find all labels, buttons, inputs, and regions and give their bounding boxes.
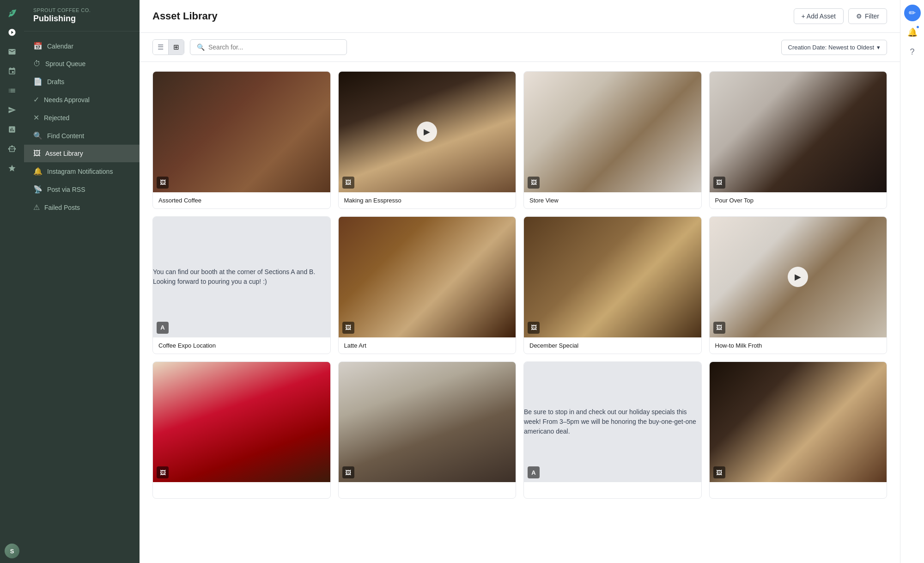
add-asset-button[interactable]: + Add Asset [794,8,844,24]
asset-thumb: 🖼 [710,72,887,192]
sidebar-item-asset-library[interactable]: 🖼Asset Library [24,145,140,162]
asset-card[interactable]: 🖼 Store View [523,71,702,209]
asset-title: Assorted Coffee [153,192,330,208]
help-icon[interactable]: ? [904,43,921,60]
asset-grid: 🖼 Assorted Coffee ▶ 🖼 Making an Esspress… [152,71,887,499]
asset-card[interactable]: 🖼 Latte Art [338,216,517,354]
asset-title: Making an Esspresso [339,192,516,208]
nav-label-sprout-queue: Sprout Queue [45,60,85,67]
nav-icon-asset-library: 🖼 [33,149,41,158]
asset-thumb: 🖼 [710,362,887,483]
asset-card[interactable]: 🖼 [709,361,888,499]
asset-title [153,482,330,498]
sidebar-item-drafts[interactable]: 📄Drafts [24,73,140,91]
rail-icon-send[interactable] [4,102,20,118]
media-type-badge: 🖼 [528,322,540,334]
nav-label-rejected: Rejected [44,114,69,122]
filter-button[interactable]: ⚙ Filter [848,8,887,24]
asset-thumb: You can find our booth at the corner of … [153,217,330,337]
text-type-badge: A [528,466,540,478]
nav-label-calendar: Calendar [47,43,73,50]
list-view-button[interactable]: ☰ [153,40,169,55]
grid-area: 🖼 Assorted Coffee ▶ 🖼 Making an Esspress… [140,62,900,563]
asset-text-content: Be sure to stop in and check out our hol… [524,407,701,436]
text-type-badge: A [157,322,169,334]
rail-bottom: S [5,544,19,558]
filter-label: Filter [865,12,879,20]
asset-card[interactable]: Be sure to stop in and check out our hol… [523,361,702,499]
toolbar: ☰ ⊞ 🔍 Creation Date: Newest to Oldest ▾ [140,33,900,62]
asset-card[interactable]: 🖼 Assorted Coffee [152,71,331,209]
search-input[interactable] [208,43,340,51]
asset-title: Coffee Expo Location [153,337,330,354]
rail-icon-list[interactable] [4,82,20,99]
play-button[interactable]: ▶ [417,122,437,142]
nav-icon-rejected: ✕ [33,113,39,122]
notification-icon[interactable]: 🔔 [904,24,921,41]
asset-thumb: 🖼 [153,362,330,483]
search-icon: 🔍 [197,43,205,51]
edit-icon[interactable]: ✏ [904,5,921,21]
media-type-badge: 🖼 [713,322,725,334]
nav-label-post-via-rss: Post via RSS [47,186,85,193]
nav-icon-instagram-notifications: 🔔 [33,167,43,176]
nav-icon-calendar: 📅 [33,42,43,50]
asset-thumb: 🖼 [524,72,701,192]
asset-thumb: ▶ 🖼 [339,72,516,192]
rail-icon-publishing[interactable] [4,24,20,41]
asset-title: Store View [524,192,701,208]
list-icon: ☰ [158,43,164,51]
sidebar-item-failed-posts[interactable]: ⚠Failed Posts [24,198,140,216]
media-type-badge: 🖼 [157,466,169,478]
asset-thumb: 🖼 [339,362,516,483]
asset-title [524,482,701,491]
rail-icon-pin[interactable] [4,63,20,80]
nav-label-needs-approval: Needs Approval [44,96,90,104]
sidebar-item-needs-approval[interactable]: ✓Needs Approval [24,91,140,109]
play-button[interactable]: ▶ [788,267,808,287]
asset-title: December Special [524,337,701,354]
rail-icon-bot[interactable] [4,141,20,157]
topbar-actions: + Add Asset ⚙ Filter [794,8,887,24]
filter-icon: ⚙ [856,12,862,20]
rail-icon-sprout[interactable] [4,5,20,21]
asset-card[interactable]: You can find our booth at the corner of … [152,216,331,354]
sidebar-item-rejected[interactable]: ✕Rejected [24,109,140,127]
sidebar-item-find-content[interactable]: 🔍Find Content [24,127,140,145]
nav-icon-sprout-queue: ⏱ [33,60,41,68]
media-type-badge: 🖼 [528,177,540,189]
sort-dropdown[interactable]: Creation Date: Newest to Oldest ▾ [781,40,887,55]
sidebar-item-post-via-rss[interactable]: 📡Post via RSS [24,180,140,198]
sidebar: Sprout Coffee Co. Publishing 📅Calendar⏱S… [24,0,140,563]
sort-label: Creation Date: Newest to Oldest [788,44,874,51]
icon-rail: S [0,0,24,563]
grid-view-button[interactable]: ⊞ [169,40,184,55]
media-type-badge: 🖼 [342,177,354,189]
search-box: 🔍 [190,39,347,55]
nav-label-failed-posts: Failed Posts [44,204,80,211]
sidebar-item-instagram-notifications[interactable]: 🔔Instagram Notifications [24,162,140,180]
media-type-badge: 🖼 [157,177,169,189]
nav-icon-post-via-rss: 📡 [33,185,43,194]
asset-card[interactable]: 🖼 [152,361,331,499]
sidebar-item-calendar[interactable]: 📅Calendar [24,37,140,55]
rail-icon-inbox[interactable] [4,43,20,60]
right-panel: ✏ 🔔 ? [900,0,924,563]
asset-card[interactable]: 🖼 Pour Over Top [709,71,888,209]
nav-label-drafts: Drafts [47,78,64,86]
nav-label-instagram-notifications: Instagram Notifications [47,168,113,175]
topbar: Asset Library + Add Asset ⚙ Filter [140,0,900,33]
rail-icon-star[interactable] [4,160,20,177]
asset-thumb: ▶ 🖼 [710,217,887,337]
main-area: Asset Library + Add Asset ⚙ Filter ☰ ⊞ 🔍… [140,0,900,563]
rail-icon-analytics[interactable] [4,121,20,138]
asset-card[interactable]: ▶ 🖼 Making an Esspresso [338,71,517,209]
media-type-badge: 🖼 [713,466,725,478]
asset-card[interactable]: 🖼 December Special [523,216,702,354]
chevron-down-icon: ▾ [877,44,880,51]
asset-thumb: 🖼 [339,217,516,337]
asset-card[interactable]: ▶ 🖼 How-to Milk Froth [709,216,888,354]
user-avatar[interactable]: S [5,544,19,558]
sidebar-item-sprout-queue[interactable]: ⏱Sprout Queue [24,55,140,73]
asset-card[interactable]: 🖼 [338,361,517,499]
